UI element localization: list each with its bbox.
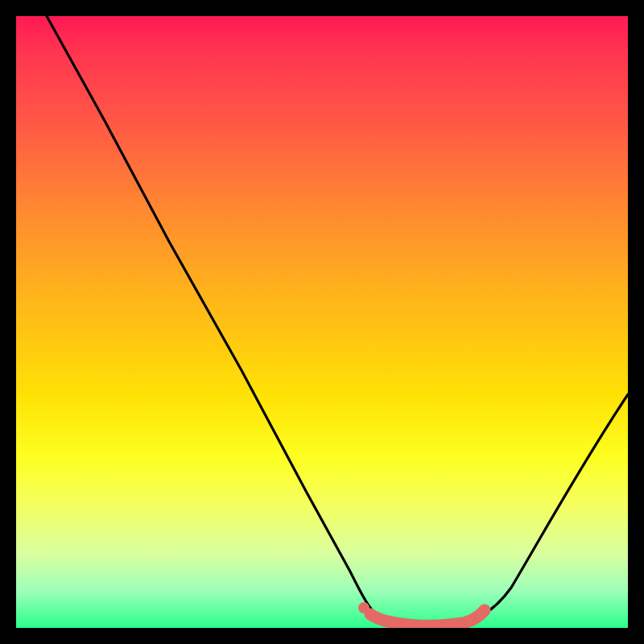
watermark-text: TheBottleneck.com — [498, 0, 639, 4]
gradient-background — [16, 16, 628, 628]
plot-frame — [16, 16, 628, 628]
